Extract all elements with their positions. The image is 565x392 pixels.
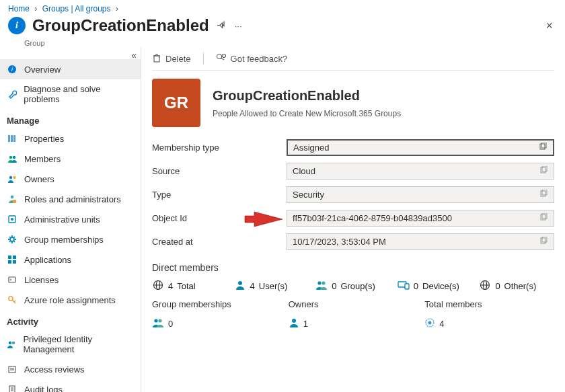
feedback-button[interactable]: Got feedback? [216,53,288,65]
copy-icon[interactable] [539,143,548,153]
group-memberships-value[interactable]: 0 [152,317,282,330]
svg-point-69 [158,319,161,322]
svg-rect-41 [154,56,159,62]
svg-rect-46 [540,144,545,149]
admin-units-icon [7,214,17,225]
prop-value-object-id: ff57b03f-21ca-4062-8759-b04839ad3500 [287,210,554,227]
svg-rect-53 [541,214,545,220]
svg-rect-3 [11,135,13,142]
sidebar-item-members[interactable]: Members [0,149,141,169]
more-icon[interactable]: ··· [235,21,242,31]
svg-rect-49 [542,166,547,171]
svg-point-8 [11,196,14,199]
breadcrumb: Home › Groups | All groups › [0,0,565,15]
sidebar-item-label: Administrative units [24,214,100,225]
stat-total[interactable]: 4 Total [152,280,227,292]
sidebar-item-licenses[interactable]: Licenses [0,270,141,290]
command-bar: Delete Got feedback? [152,47,554,70]
svg-rect-2 [8,135,10,142]
sidebar-section-manage: Manage [0,109,141,128]
info-icon: i [7,64,17,75]
svg-rect-56 [542,237,547,242]
svg-marker-52 [245,212,282,227]
sidebar-item-admin-units[interactable]: Administrative units [0,209,141,229]
sidebar-item-pim[interactable]: Privileged Identity Management [0,329,141,359]
sidebar-item-group-memberships[interactable]: Group memberships [0,229,141,249]
owners-icon [7,173,17,184]
group-memberships-title: Group memberships [152,299,282,309]
sidebar-item-owners[interactable]: Owners [0,169,141,189]
globe-icon [152,280,164,292]
separator [203,52,204,65]
svg-point-6 [13,156,15,159]
access-review-icon [7,364,17,375]
page-title: GroupCreationEnabled [32,16,209,35]
sidebar-item-label: Audit logs [24,385,63,393]
breadcrumb-home[interactable]: Home [8,4,30,13]
sidebar-item-label: Privileged Identity Management [23,334,134,354]
user-icon [234,280,246,292]
svg-rect-54 [542,213,547,219]
pin-icon[interactable] [217,20,227,32]
sidebar-item-properties[interactable]: Properties [0,128,141,149]
svg-point-70 [292,319,296,323]
copy-icon[interactable] [539,190,548,200]
svg-line-19 [9,241,10,242]
svg-rect-48 [541,167,545,173]
sidebar-item-label: Access reviews [24,364,85,375]
stat-others[interactable]: 0 Other(s) [479,280,554,292]
svg-rect-4 [13,135,15,142]
sidebar-item-label: Roles and administrators [24,194,121,204]
svg-point-72 [428,321,432,325]
gear-icon [7,234,17,245]
sidebar-item-roles[interactable]: Roles and administrators [0,189,141,209]
sidebar-item-audit-logs[interactable]: Audit logs [0,379,141,392]
svg-point-61 [318,281,322,284]
sidebar-item-label: Applications [24,255,71,265]
copy-icon[interactable] [539,237,548,247]
svg-point-45 [222,54,225,57]
stat-users[interactable]: 4 User(s) [234,280,309,292]
sidebar-item-label: Members [24,154,61,164]
prop-label-source: Source [152,166,287,176]
group-header: GR GroupCreationEnabled People Allowed t… [152,79,554,127]
svg-rect-9 [13,200,16,203]
divider [152,70,554,71]
total-icon [424,317,435,330]
prop-value-type: Security [287,186,554,203]
svg-rect-51 [542,190,547,195]
sidebar-item-applications[interactable]: Applications [0,249,141,270]
stat-groups[interactable]: 0 Group(s) [315,280,391,292]
cmd-label: Got feedback? [231,54,288,64]
breadcrumb-groups[interactable]: Groups | All groups [42,4,111,13]
group-description: People Allowed to Create New Microsoft 3… [213,109,401,118]
copy-icon[interactable] [539,213,548,224]
prop-value-created: 10/17/2023, 3:53:04 PM [287,233,554,250]
sidebar-item-azure-roles[interactable]: Azure role assignments [0,290,141,310]
stat-devices[interactable]: 0 Device(s) [398,280,473,292]
sidebar-item-access-reviews[interactable]: Access reviews [0,359,141,379]
license-icon [7,274,17,285]
copy-icon[interactable] [539,166,548,177]
svg-point-12 [10,237,14,241]
svg-point-5 [9,156,12,159]
sidebar-section-activity: Activity [0,310,141,329]
owners-value[interactable]: 1 [289,317,418,330]
collapse-icon[interactable]: « [131,50,137,61]
sidebar-item-overview[interactable]: i Overview [0,59,141,79]
delete-button[interactable]: Delete [152,53,191,65]
svg-point-60 [238,281,242,285]
svg-rect-22 [13,256,16,259]
sidebar-item-label: Overview [24,65,61,75]
svg-rect-50 [541,191,545,196]
sidebar-item-diagnose[interactable]: Diagnose and solve problems [0,79,141,109]
total-members-value[interactable]: 4 [424,317,554,330]
prop-value-source: Cloud [287,163,554,180]
close-icon[interactable]: × [545,19,553,33]
sidebar-item-label: Owners [24,174,54,184]
sidebar-item-label: Azure role assignments [24,295,116,305]
trash-icon [152,53,161,65]
direct-members-title: Direct members [152,262,554,273]
group-avatar: GR [152,79,200,127]
svg-rect-23 [8,260,11,264]
